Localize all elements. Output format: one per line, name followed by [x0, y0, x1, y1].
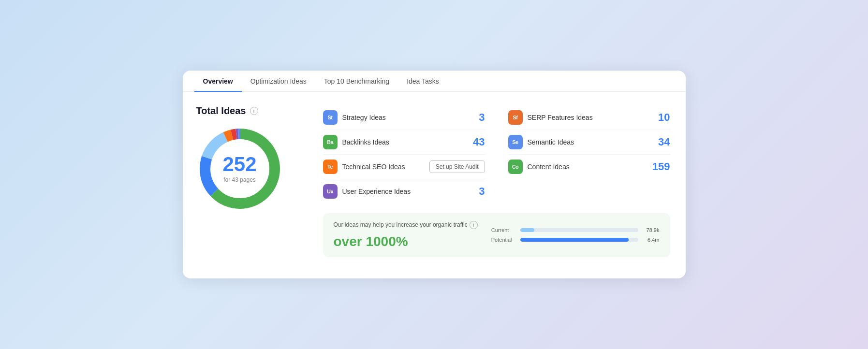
bar-fill-current	[520, 228, 534, 232]
idea-row-content: Co Content Ideas 159	[508, 155, 670, 179]
bar-label-potential: Potential	[491, 237, 516, 243]
main-card: Overview Optimization Ideas Top 10 Bench…	[183, 71, 686, 278]
idea-row-ux: Ux User Experience Ideas 3	[323, 179, 485, 204]
badge-backlinks: Ba	[323, 135, 338, 149]
tab-bar: Overview Optimization Ideas Top 10 Bench…	[183, 71, 686, 92]
donut-total: 252	[222, 154, 256, 174]
badge-semantic: Se	[508, 135, 523, 149]
tab-overview[interactable]: Overview	[194, 71, 242, 92]
tab-benchmarking[interactable]: Top 10 Benchmarking	[315, 71, 398, 92]
traffic-header: Our ideas may help you increase your org…	[334, 221, 478, 229]
donut-subtitle: for 43 pages	[222, 176, 256, 183]
traffic-bars: Current 78.9k Potential 6.4m	[491, 227, 660, 243]
ideas-right-col: Sf SERP Features Ideas 10 Se Semantic Id…	[508, 105, 670, 204]
label-content: Content Ideas	[528, 163, 646, 171]
badge-technical: Te	[323, 160, 338, 174]
bar-row-potential: Potential 6.4m	[491, 237, 660, 243]
main-content: Total Ideas i	[183, 92, 686, 271]
idea-row-serp: Sf SERP Features Ideas 10	[508, 105, 670, 130]
section-title: Total Ideas i	[196, 105, 258, 116]
traffic-left: Our ideas may help you increase your org…	[334, 221, 478, 249]
badge-content: Co	[508, 160, 523, 174]
left-panel: Total Ideas i	[196, 105, 308, 212]
label-technical: Technical SEO Ideas	[342, 163, 425, 171]
idea-row-technical: Te Technical SEO Ideas Set up Site Audit	[323, 155, 485, 179]
count-backlinks: 43	[466, 136, 485, 148]
traffic-panel: Our ideas may help you increase your org…	[323, 213, 670, 257]
label-ux: User Experience Ideas	[342, 188, 461, 195]
right-panel: St Strategy Ideas 3 Ba Backlinks Ideas 4…	[323, 105, 670, 257]
label-semantic: Semantic Ideas	[528, 138, 646, 146]
donut-center: 252 for 43 pages	[222, 154, 256, 183]
traffic-info-icon[interactable]: i	[470, 221, 478, 229]
count-content: 159	[651, 160, 670, 173]
badge-serp: Sf	[508, 110, 523, 125]
total-ideas-info-icon[interactable]: i	[250, 107, 258, 115]
traffic-percentage: over 1000%	[334, 234, 478, 249]
bar-fill-potential	[520, 238, 629, 242]
tab-tasks[interactable]: Idea Tasks	[398, 71, 448, 92]
count-serp: 10	[651, 111, 670, 124]
donut-chart: 252 for 43 pages	[196, 125, 283, 212]
count-ux: 3	[466, 185, 485, 198]
bar-value-current: 78.9k	[642, 227, 660, 233]
label-serp: SERP Features Ideas	[528, 114, 646, 121]
bar-row-current: Current 78.9k	[491, 227, 660, 233]
count-strategy: 3	[466, 111, 485, 124]
badge-strategy: St	[323, 110, 338, 125]
idea-row-backlinks: Ba Backlinks Ideas 43	[323, 130, 485, 155]
label-strategy: Strategy Ideas	[342, 114, 461, 121]
label-backlinks: Backlinks Ideas	[342, 138, 461, 146]
idea-row-strategy: St Strategy Ideas 3	[323, 105, 485, 130]
bar-track-potential	[520, 238, 638, 242]
badge-ux: Ux	[323, 184, 338, 199]
bar-label-current: Current	[491, 227, 516, 233]
count-semantic: 34	[651, 136, 670, 148]
section-title-text: Total Ideas	[196, 105, 246, 116]
bar-value-potential: 6.4m	[642, 237, 660, 243]
tab-optimization[interactable]: Optimization Ideas	[242, 71, 315, 92]
traffic-header-text: Our ideas may help you increase your org…	[334, 221, 468, 228]
bar-track-current	[520, 228, 638, 232]
ideas-grid: St Strategy Ideas 3 Ba Backlinks Ideas 4…	[323, 105, 670, 204]
ideas-left-col: St Strategy Ideas 3 Ba Backlinks Ideas 4…	[323, 105, 485, 204]
idea-row-semantic: Se Semantic Ideas 34	[508, 130, 670, 155]
setup-site-audit-button[interactable]: Set up Site Audit	[429, 160, 485, 173]
